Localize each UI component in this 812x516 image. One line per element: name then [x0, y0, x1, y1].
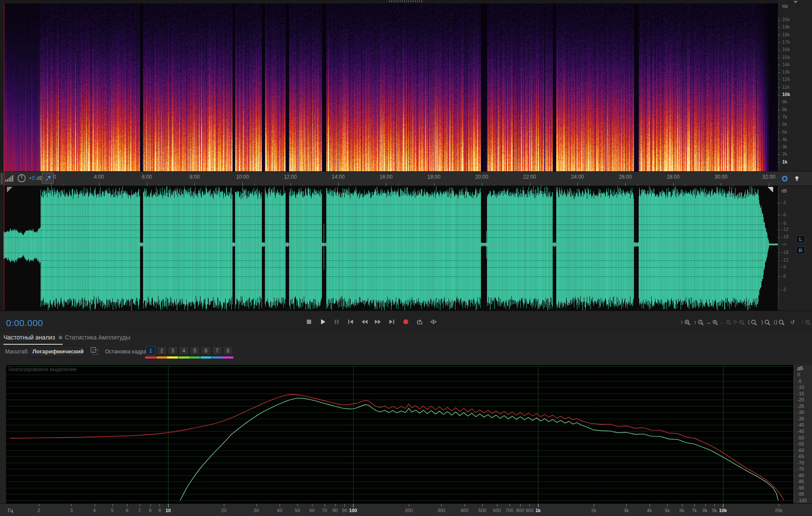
zoom-out-vertical-button[interactable]: ↕	[693, 317, 705, 327]
zoom-out-point-button[interactable]: ⟩	[760, 317, 772, 327]
tab-amplitude-statistics[interactable]: Статистика Амплитуды	[65, 334, 130, 341]
skip-to-start-icon	[347, 318, 354, 326]
time-display[interactable]: 0:00.000	[6, 318, 43, 328]
hold-button-6[interactable]: 6	[201, 346, 211, 355]
timeline-label: 4:00	[94, 174, 104, 180]
zoom-reset-modifier-icon: ⟳	[733, 320, 737, 325]
pin-playhead-button[interactable]	[42, 173, 54, 183]
y-axis-label: -70	[797, 461, 804, 465]
play-button[interactable]	[317, 316, 328, 327]
skip-to-end-icon	[388, 318, 396, 326]
x-axis-label: 80	[332, 508, 338, 513]
stop-button[interactable]	[303, 316, 315, 327]
zoom-out-horizontal-button[interactable]: ↔	[720, 317, 732, 327]
freq-ruler-tick	[778, 58, 780, 58]
zoom-in-vertical-button[interactable]: ↕	[679, 317, 691, 327]
x-axis-tick	[482, 504, 483, 506]
skip-to-end-button[interactable]	[386, 316, 398, 327]
metronome-icon[interactable]	[792, 173, 802, 184]
rewind-button[interactable]	[359, 316, 370, 327]
y-axis-label: -30	[797, 410, 804, 415]
hold-button-1[interactable]: 1	[146, 346, 156, 355]
x-axis-label: 10k	[719, 508, 727, 513]
frequency-plot-area[interactable]: Анализированое выделение	[6, 365, 793, 503]
timeline-tick	[290, 183, 291, 186]
freq-ruler-tick	[778, 132, 780, 133]
magnifier-icon	[778, 319, 785, 326]
pin-icon	[44, 174, 52, 182]
x-axis-label: 2k	[591, 508, 596, 513]
spectrogram-display[interactable]	[3, 3, 778, 171]
hold-button-4[interactable]: 4	[179, 346, 189, 355]
hold-button-8[interactable]: 8	[223, 346, 233, 355]
pause-button[interactable]	[331, 316, 342, 327]
y-axis-label: -90	[797, 486, 804, 490]
levels-icon[interactable]	[4, 173, 15, 184]
record-button[interactable]	[400, 316, 411, 327]
hold-button-7[interactable]: 7	[212, 346, 222, 355]
x-axis-label: 600	[493, 508, 501, 513]
hold-button-5[interactable]: 5	[190, 346, 200, 355]
panel-drag-handle[interactable]	[389, 0, 423, 2]
pause-icon	[333, 318, 341, 326]
hold-button-2[interactable]: 2	[157, 346, 167, 355]
y-axis-label: -40	[797, 423, 804, 427]
fast-forward-button[interactable]	[373, 316, 384, 327]
x-axis-label: 20	[221, 508, 226, 513]
x-axis-tick	[95, 504, 95, 506]
panel-menu-icon[interactable]: ≡	[58, 334, 62, 340]
waveform-corner-handle-left[interactable]	[7, 187, 13, 192]
zoom-in-point-button[interactable]: ⟨	[746, 317, 758, 327]
waveform-display[interactable]	[3, 186, 778, 311]
timeline-ruler[interactable]: 2:004:006:008:0010:0012:0014:0016:0018:0…	[56, 171, 778, 186]
gain-indicator[interactable]: +0 dB	[29, 175, 43, 181]
scale-dropdown[interactable]: Логарифмический	[29, 346, 84, 357]
db-ruler-tick	[778, 224, 780, 224]
zoom-reset-button[interactable]: ⟳	[733, 317, 745, 327]
zoom-selection-button[interactable]: ⟨⟩	[773, 317, 785, 327]
waveform-corner-handle-right[interactable]	[767, 187, 773, 192]
snapshot-icon[interactable]	[91, 347, 99, 355]
restore-zoom-button[interactable]: ↺	[787, 317, 799, 327]
x-axis-tick	[150, 504, 151, 506]
channel-badge-left[interactable]: L	[796, 235, 805, 243]
x-axis-label: 60	[309, 508, 315, 513]
toolbar-grip[interactable]	[1, 174, 3, 184]
zoom-selection-modifier-icon: ⟨⟩	[774, 320, 777, 325]
y-axis-label: -85	[797, 479, 804, 484]
loop-playback-button[interactable]	[414, 316, 425, 327]
scale-label: Масштаб:	[5, 349, 29, 355]
tab-frequency-analysis[interactable]: Частотный анализ ≡	[3, 334, 62, 341]
zoom-in-horizontal-button[interactable]: ↔	[706, 317, 718, 327]
hold-button-3[interactable]: 3	[168, 346, 178, 355]
timeline-label: 26:00	[619, 174, 632, 180]
hold-color-bar-1	[145, 356, 156, 359]
zoom-full-button[interactable]: ↕	[800, 317, 812, 327]
x-axis-label: 200	[405, 508, 413, 513]
scroll-arrow-icon[interactable]	[793, 1, 798, 3]
hold-color-bar-7	[212, 356, 223, 359]
move-playhead-button[interactable]	[428, 316, 439, 327]
x-axis-tick	[520, 504, 521, 506]
x-axis-label: 800	[516, 508, 524, 513]
db-ruler-label: -6	[782, 212, 786, 217]
frequency-ruler[interactable]: Hz 20k19k18k17k16k15k14k13k12k11k10k9k8k…	[778, 0, 812, 171]
monitor-icon[interactable]	[780, 173, 790, 184]
db-ruler-tick	[778, 290, 780, 290]
skip-to-start-button[interactable]	[345, 316, 356, 327]
x-axis-label: 70	[322, 508, 327, 513]
x-axis-tick	[694, 504, 695, 506]
freq-ruler-label: 9k	[782, 99, 787, 104]
frequency-analysis-plot[interactable]	[6, 365, 793, 503]
db-ruler-label: -3	[782, 200, 786, 205]
audition-window: Hz 20k19k18k17k16k15k14k13k12k11k10k9k8k…	[0, 0, 812, 516]
x-axis-label: 100	[349, 508, 357, 513]
playhead[interactable]	[4, 3, 4, 311]
x-axis-label: 7k	[692, 508, 697, 513]
channel-badge-right[interactable]: R	[796, 247, 805, 254]
freq-ruler-tick	[778, 147, 780, 147]
tab-label: Частотный анализ	[3, 334, 55, 341]
y-axis-label: -100	[797, 498, 807, 503]
amplitude-ruler[interactable]: dB L R -3-3-6-6-9-9-12-12-18-18-∞	[778, 186, 812, 311]
clock-icon[interactable]	[16, 173, 27, 183]
